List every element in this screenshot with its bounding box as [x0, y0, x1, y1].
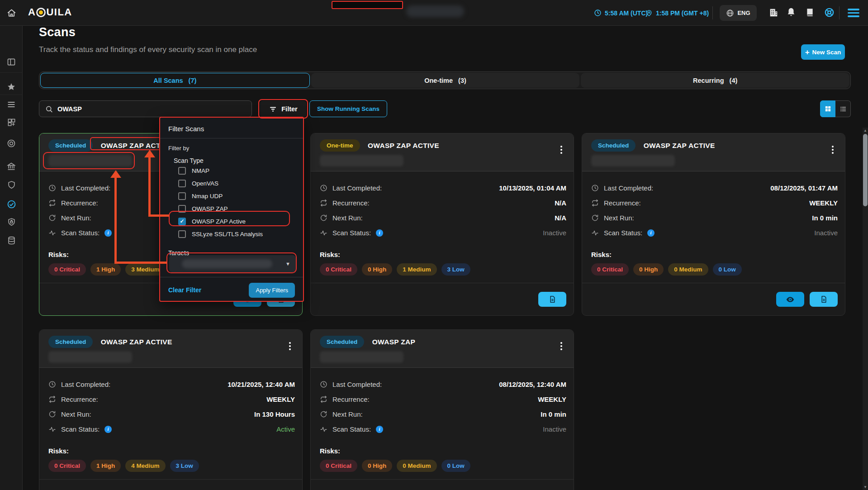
tab-one-time[interactable]: One-time(3): [311, 73, 580, 88]
sidebar-item-menu[interactable]: [0, 97, 23, 112]
scan-type-label: Scan Type: [160, 152, 303, 164]
organization-icon[interactable]: [768, 8, 778, 18]
filter-button[interactable]: Filter: [260, 101, 306, 117]
high-chip: 0 High: [633, 263, 664, 276]
report-button[interactable]: [810, 292, 838, 307]
list-view-button[interactable]: [835, 100, 851, 117]
activity-icon: [48, 229, 56, 237]
shield-icon: [7, 181, 16, 189]
checkbox-checked[interactable]: ✓: [178, 218, 186, 225]
card-header: Scheduled OWASP ZAP: [311, 330, 574, 368]
search-box[interactable]: [39, 100, 252, 117]
show-running-scans-button[interactable]: Show Running Scans: [309, 100, 387, 117]
clock-icon: [591, 184, 599, 192]
checkbox[interactable]: [178, 180, 186, 187]
hamburger-menu-icon[interactable]: [848, 9, 859, 19]
grid-view-icon: [825, 105, 831, 112]
refresh-icon: [48, 410, 56, 418]
sidebar-item-favorites[interactable]: [0, 79, 23, 95]
card-menu-button[interactable]: [559, 144, 564, 155]
scroll-down-icon[interactable]: ▼: [863, 485, 868, 489]
card-menu-button[interactable]: [830, 144, 835, 155]
new-scan-button[interactable]: + New Scan: [801, 44, 845, 60]
scan-type-badge: Scheduled: [591, 139, 636, 152]
search-input[interactable]: [57, 105, 246, 113]
scan-target-redacted: [591, 155, 675, 167]
support-lifebuoy-icon[interactable]: [824, 7, 835, 18]
repeat-icon: [320, 395, 327, 403]
sidebar-item-vulnerabilities[interactable]: [0, 214, 23, 229]
scan-title: OWASP ZAP ACTIVE: [644, 142, 715, 149]
scan-target-redacted: [48, 351, 132, 363]
top-bar: AUILA 5:58 AM (UTC) 1:58 PM (GMT +8) ENG: [0, 0, 868, 26]
vertical-scrollbar[interactable]: ▲ ▼: [863, 128, 868, 490]
list-view-icon: [840, 105, 847, 113]
clock-icon: [48, 184, 56, 192]
scan-target-redacted: [48, 155, 132, 167]
grid-view-button[interactable]: [820, 100, 835, 117]
language-label: ENG: [737, 10, 750, 16]
refresh-icon: [320, 410, 327, 418]
scroll-up-icon[interactable]: ▲: [863, 128, 868, 133]
view-scan-button[interactable]: [776, 292, 804, 307]
bank-icon: [7, 162, 16, 171]
filter-option-owasp-zap[interactable]: OWASP ZAP: [178, 202, 303, 215]
filter-option-sslyze[interactable]: SSLyze SSL/TLS Analysis: [178, 228, 303, 240]
refresh-icon: [591, 214, 599, 222]
docs-book-icon[interactable]: [805, 7, 815, 17]
clear-filter-button[interactable]: Clear Filter: [168, 286, 201, 294]
card-menu-button[interactable]: [288, 341, 292, 352]
language-selector[interactable]: ENG: [720, 5, 757, 21]
checkbox[interactable]: [178, 205, 186, 213]
risks-label: Risks:: [320, 447, 566, 455]
scan-target-redacted: [320, 155, 403, 167]
medium-chip: 4 Medium: [125, 460, 165, 472]
divider: [712, 6, 713, 19]
report-button[interactable]: [538, 292, 566, 307]
scan-card-2: One-time OWASP ZAP ACTIVE Last Completed…: [310, 133, 574, 316]
sidebar-item-defense[interactable]: [0, 177, 23, 192]
high-chip: 1 High: [90, 263, 121, 276]
home-icon[interactable]: [0, 0, 23, 26]
scan-type-badge: Scheduled: [48, 336, 93, 348]
activity-icon: [48, 425, 56, 433]
chevron-down-icon: ▼: [285, 261, 290, 266]
tab-recurring[interactable]: Recurring(4): [581, 73, 849, 88]
sidebar-item-targets[interactable]: [0, 136, 23, 151]
filter-option-nmap-udp[interactable]: Nmap UDP: [178, 190, 303, 202]
scan-title: OWASP ZAP: [372, 338, 415, 346]
filter-option-owasp-zap-active[interactable]: ✓OWASP ZAP Active: [178, 215, 303, 228]
tab-all-scans[interactable]: All Scans(7): [40, 73, 310, 88]
targets-dropdown[interactable]: ▼: [169, 255, 296, 272]
filter-panel-footer: Clear Filter Apply Filters: [160, 277, 303, 303]
sidebar-item-assets[interactable]: [0, 233, 23, 248]
sidebar-item-scans-active[interactable]: [0, 196, 23, 212]
filter-option-nmap[interactable]: NMAP: [178, 164, 303, 177]
scan-type-badge: Scheduled: [320, 336, 364, 348]
filter-option-openvas[interactable]: OpenVAS: [178, 177, 303, 190]
checkbox[interactable]: [178, 230, 186, 238]
sidebar-item-panels[interactable]: [0, 54, 23, 70]
info-icon[interactable]: i: [647, 229, 655, 237]
info-icon[interactable]: i: [104, 229, 112, 237]
info-icon[interactable]: i: [376, 229, 383, 237]
checkbox[interactable]: [178, 167, 186, 175]
sidebar-item-organization[interactable]: [0, 159, 23, 174]
refresh-icon: [320, 214, 327, 222]
risk-chips: 0 Critical 0 High 0 Medium 0 Low: [591, 263, 838, 276]
notifications-bell-icon[interactable]: [786, 7, 796, 17]
divider: [0, 72, 23, 73]
sidebar-item-dashboard[interactable]: [0, 114, 23, 130]
apply-filters-button[interactable]: Apply Filters: [249, 283, 295, 298]
risks-label: Risks:: [48, 447, 295, 455]
checkbox[interactable]: [178, 192, 186, 200]
card-footer: [39, 479, 302, 490]
star-icon: [7, 82, 16, 91]
scan-title: OWASP ZAP ACTIVE: [101, 338, 172, 346]
info-icon[interactable]: i: [104, 426, 112, 433]
card-footer: [311, 283, 574, 315]
card-menu-button[interactable]: [559, 341, 564, 352]
scrollbar-thumb[interactable]: [863, 134, 868, 206]
info-icon[interactable]: i: [376, 426, 383, 433]
medium-chip: 0 Medium: [397, 460, 436, 472]
